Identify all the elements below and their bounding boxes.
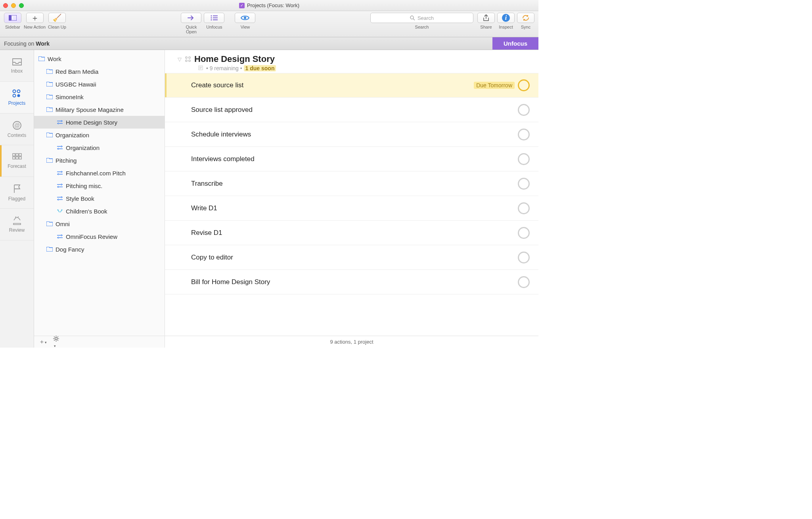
tree-row-label: Style Book [66,195,94,202]
inspect-button[interactable]: i [497,13,515,23]
svg-line-44 [54,336,55,337]
unfocus-toolbar-button[interactable] [204,13,224,23]
window-title: ✓ Projects (Focus: Work) [0,2,538,8]
project-title[interactable]: Home Design Story [194,54,275,64]
task-row[interactable]: Source list approved [165,98,538,122]
svg-point-2 [211,15,212,17]
task-row[interactable]: Copy to editor [165,245,538,270]
task-row[interactable]: Schedule interviews [165,122,538,147]
new-action-button[interactable]: ＋ [26,13,44,23]
perspective-inbox[interactable]: Inbox [0,50,34,82]
tree-row-omnifocus-review[interactable]: OmniFocus Review [34,230,165,243]
disclosure-triangle[interactable]: ▽ [178,56,182,62]
due-soon-badge: 1 due soon [244,65,276,71]
sidebar-toggle-button[interactable] [4,13,21,23]
tree-row-organization[interactable]: Organization [34,141,165,154]
task-status-circle[interactable] [518,276,530,288]
folder-icon [46,106,53,113]
task-status-circle[interactable] [518,202,530,214]
svg-rect-20 [13,157,15,159]
share-button[interactable] [477,13,495,23]
task-status-circle[interactable] [518,104,530,116]
svg-point-51 [189,60,190,62]
task-title: Transcribe [191,180,223,188]
task-title: Bill for Home Design Story [191,278,270,286]
clean-up-button[interactable]: 🧹 [48,13,66,23]
tree-row-dog-fancy[interactable]: Dog Fancy [34,243,165,256]
tree-row-fishchannel-com-pitch[interactable]: Fishchannel.com Pitch [34,167,165,179]
perspective-projects[interactable]: Projects [0,82,34,113]
tree-row-home-design-story[interactable]: Home Design Story [34,116,165,129]
outline-header: ▽ Home Design Story • 9 remaining • 1 du… [165,50,538,73]
tree-row-label: Pitching misc. [66,183,103,189]
task-row[interactable]: Bill for Home Design Story [165,270,538,294]
tree-row-pitching-misc-[interactable]: Pitching misc. [34,179,165,192]
tree-row-omni[interactable]: Omni [34,217,165,230]
tree-row-style-book[interactable]: Style Book [34,192,165,205]
task-status-circle[interactable] [518,153,530,165]
task-row[interactable]: Create source listDue Tomorrow [165,73,538,98]
project-icon [56,233,63,240]
tree-row-label: Military Spouse Magazine [56,106,124,113]
tree-row-organization[interactable]: Organization [34,129,165,141]
tree-row-label: Work [48,56,61,62]
perspective-flagged[interactable]: Flagged [0,177,34,209]
svg-rect-18 [16,154,18,156]
unfocus-button[interactable]: Unfocus [492,37,538,50]
search-input[interactable]: Search [370,13,473,23]
task-title: Write D1 [191,204,217,212]
sidebar: WorkRed Barn MediaUSGBC HawaiiSimoneInkM… [34,50,165,348]
task-row[interactable]: Revise D1 [165,221,538,245]
task-title: Revise D1 [191,229,222,237]
sync-button[interactable] [517,13,534,23]
svg-point-39 [55,337,57,340]
tree-row-label: OmniFocus Review [66,233,117,240]
flag-icon [13,184,21,194]
add-menu-button[interactable]: ＋▾ [39,338,47,346]
perspective-contexts[interactable]: @ Contexts [0,113,34,145]
tree-row-children-s-book[interactable]: Children's Book [34,205,165,217]
folder-icon [46,131,53,138]
task-status-circle[interactable] [518,79,530,91]
task-row[interactable]: Interviews completed [165,147,538,171]
remaining-count: 9 remaining [210,65,239,71]
project-icon [56,119,63,126]
focusbar-subject: Work [36,40,50,47]
tree-row-work[interactable]: Work [34,52,165,65]
perspective-review[interactable]: Review [0,209,34,240]
note-icon[interactable] [198,65,205,71]
perspective-flagged-label: Flagged [8,196,25,202]
task-row[interactable]: Write D1 [165,196,538,221]
tree-row-label: Red Barn Media [56,68,98,75]
svg-line-10 [413,19,415,20]
perspective-forecast[interactable]: Forecast [0,145,34,177]
tree-row-military-spouse-magazine[interactable]: Military Spouse Magazine [34,103,165,116]
inbox-icon [12,58,22,66]
tree-row-simoneink[interactable]: SimoneInk [34,90,165,103]
tree-row-label: Organization [66,144,100,151]
arrow-right-icon [187,15,195,21]
quick-open-button[interactable] [181,13,201,23]
perspective-rail: Inbox Projects @ Contexts Forecast Flagg… [0,50,34,348]
broom-icon: 🧹 [53,13,61,22]
svg-rect-5 [213,17,218,18]
clean-up-label: Clean Up [48,25,66,29]
svg-point-48 [186,57,187,58]
svg-point-36 [61,210,63,211]
task-status-circle[interactable] [518,227,530,239]
tree-row-red-barn-media[interactable]: Red Barn Media [34,65,165,78]
tree-row-usgbc-hawaii[interactable]: USGBC Hawaii [34,78,165,90]
perspective-projects-label: Projects [8,100,25,106]
task-status-circle[interactable] [518,178,530,190]
perspective-review-label: Review [9,227,25,233]
folder-icon [46,220,53,227]
task-title: Source list approved [191,106,253,114]
task-status-circle[interactable] [518,129,530,140]
svg-point-35 [57,210,59,211]
task-status-circle[interactable] [518,252,530,263]
tree-row-pitching[interactable]: Pitching [34,154,165,167]
sync-label: Sync [521,25,530,29]
task-row[interactable]: Transcribe [165,171,538,196]
view-button[interactable] [235,13,255,23]
sidebar-gear-button[interactable]: ▾ [53,336,59,348]
